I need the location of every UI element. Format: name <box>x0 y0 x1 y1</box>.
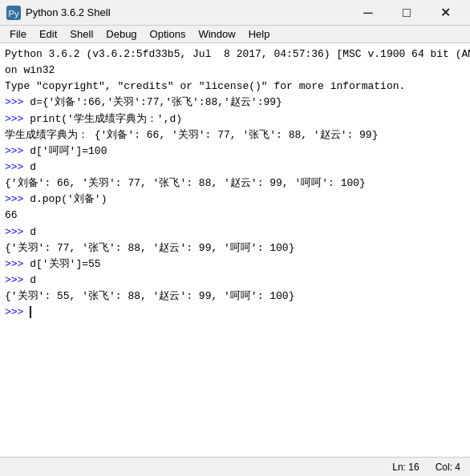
output-line: 66 <box>5 208 465 224</box>
output-line: {'刘备': 66, '关羽': 77, '张飞': 88, '赵云': 99,… <box>5 175 465 192</box>
shell-output[interactable]: Python 3.6.2 (v3.6.2:5fd33b5, Jul 8 2017… <box>0 43 470 457</box>
menu-shell[interactable]: Shell <box>63 26 99 42</box>
menu-options[interactable]: Options <box>144 26 192 42</box>
app-icon: Py <box>6 6 21 20</box>
title-bar: Py Python 3.6.2 Shell ─ □ ✕ <box>0 0 470 26</box>
shell-input-line: >>> d <box>5 272 465 288</box>
output-line: {'关羽': 77, '张飞': 88, '赵云': 99, '呵呵': 100… <box>5 240 465 256</box>
window-controls: ─ □ ✕ <box>350 1 464 25</box>
output-line: Python 3.6.2 (v3.6.2:5fd33b5, Jul 8 2017… <box>5 46 465 63</box>
menu-bar: File Edit Shell Debug Options Window Hel… <box>0 26 470 43</box>
output-line: Type "copyright", "credits" or "license(… <box>5 79 465 95</box>
output-line: 学生成绩字典为： {'刘备': 66, '关羽': 77, '张飞': 88, … <box>5 127 465 143</box>
menu-edit[interactable]: Edit <box>33 26 63 42</box>
shell-input-line: >>> d['关羽']=55 <box>5 256 465 272</box>
menu-debug[interactable]: Debug <box>99 26 143 42</box>
menu-file[interactable]: File <box>3 26 33 42</box>
shell-input-line: >>> d.pop('刘备') <box>5 192 465 208</box>
status-bar: Ln: 16 Col: 4 <box>0 457 470 476</box>
minimize-button[interactable]: ─ <box>350 1 387 25</box>
maximize-button[interactable]: □ <box>388 1 425 25</box>
menu-window[interactable]: Window <box>192 26 241 42</box>
shell-input-line: >>> d <box>5 159 465 175</box>
svg-text:Py: Py <box>9 9 19 18</box>
menu-help[interactable]: Help <box>242 26 277 42</box>
shell-input-line: >>> d={'刘备':66,'关羽':77,'张飞':88,'赵云':99} <box>5 95 465 111</box>
shell-cursor-line[interactable]: >>> <box>5 305 465 321</box>
col-number: Col: 4 <box>436 462 460 473</box>
shell-input-line: >>> d <box>5 224 465 240</box>
shell-input-line: >>> print('学生成绩字典为：',d) <box>5 111 465 127</box>
window-title: Python 3.6.2 Shell <box>26 6 350 18</box>
line-number: Ln: 16 <box>392 462 419 473</box>
close-button[interactable]: ✕ <box>427 1 464 25</box>
output-line: {'关羽': 55, '张飞': 88, '赵云': 99, '呵呵': 100… <box>5 288 465 305</box>
shell-input-line: >>> d['呵呵']=100 <box>5 143 465 159</box>
output-line: on win32 <box>5 63 465 79</box>
